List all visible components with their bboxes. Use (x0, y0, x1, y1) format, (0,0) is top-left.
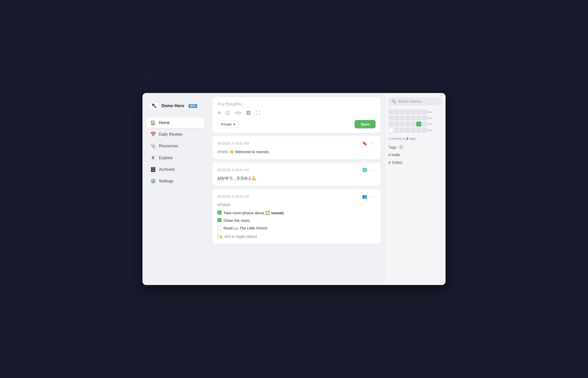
archive-icon: 🗄️ (150, 167, 156, 172)
cal-cell (405, 122, 410, 127)
more-options-icon[interactable]: ··· (370, 141, 376, 146)
tags-section: Tags + # Hello # TODO (388, 145, 442, 165)
cal-cell (388, 115, 394, 121)
compose-footer: Private ▾ Save (217, 120, 376, 128)
compose-card: Any thoughts... # ☑ </> 🖼 ⛶ Private ▾ Sa… (212, 97, 381, 133)
search-placeholder: Search memos (398, 99, 422, 103)
cal-cell (388, 109, 394, 114)
list-item: Read 📖 The Little Prince; (217, 225, 376, 231)
tag-item-todo[interactable]: # TODO (388, 160, 442, 165)
hashtag-todo[interactable]: #TODO (217, 203, 230, 207)
avatar: ✒️ (150, 101, 159, 110)
todo-list: ✓ Take more photos about 🌅 sunset; ✓ Cle… (217, 210, 376, 231)
people-icon[interactable]: 👥 (361, 194, 368, 199)
sidebar-item-settings[interactable]: ⚙️ Settings (147, 176, 204, 186)
memo-actions: 👥 ··· (361, 194, 376, 199)
todo-checkbox[interactable] (217, 226, 222, 230)
sidebar-item-explore[interactable]: # Explore (147, 152, 204, 163)
compose-placeholder[interactable]: Any thoughts... (217, 102, 376, 106)
memo-actions: 🔖 ··· (361, 140, 376, 146)
sidebar-item-archived[interactable]: 🗄️ Archived (147, 164, 204, 175)
hashtag-hello[interactable]: #Hello (217, 150, 228, 154)
cal-cell (416, 109, 421, 114)
bookmark-icon[interactable]: 🔖 (361, 140, 368, 146)
memo-header: 8/2/2023, 8:16:31 PM 🌐 ··· (217, 167, 376, 173)
sidebar: ✒️ Demo Hero MOD 🏠 Home 📅 Daily Review 📎… (143, 93, 208, 285)
memo-content: #Hello 👋 Welcome to memos. (217, 149, 376, 155)
memo-card: 8/2/2023, 8:16:31 PM 🔖 ··· #Hello 👋 Welc… (212, 136, 381, 159)
cal-cell (416, 115, 421, 121)
cal-cell (400, 115, 405, 121)
cal-cell (416, 128, 421, 133)
cal-cell (394, 128, 399, 133)
memo-content: 好好学习，天天向上💪 (217, 175, 376, 181)
home-icon: 🏠 (150, 120, 156, 126)
sidebar-item-label: Explore (159, 156, 173, 160)
image-toolbar-icon[interactable]: 🖼 (246, 110, 251, 116)
cal-cell (394, 122, 399, 127)
paperclip-icon: 📎 (150, 143, 156, 149)
more-options-icon[interactable]: ··· (370, 167, 376, 173)
toggle-hint: (👆 click to toggle status) (217, 234, 376, 239)
cal-cell (400, 128, 405, 133)
cal-cell (405, 109, 410, 114)
sidebar-item-label: Resources (159, 144, 178, 148)
sidebar-item-label: Archived (159, 167, 175, 172)
sidebar-item-resources[interactable]: 📎 Resources (147, 141, 204, 151)
gear-icon: ⚙️ (150, 178, 156, 184)
memo-header: 8/2/2023, 8:16:31 PM 👥 ··· (217, 194, 376, 199)
todo-checkbox[interactable]: ✓ (217, 210, 222, 215)
cal-cell (422, 109, 427, 114)
more-options-icon[interactable]: ··· (370, 194, 376, 199)
globe-icon[interactable]: 🌐 (361, 167, 368, 173)
sidebar-item-label: Settings (159, 179, 174, 183)
tag-item-hello[interactable]: # Hello (388, 152, 442, 157)
expand-toolbar-icon[interactable]: ⛶ (255, 110, 261, 116)
calendar-icon: 📅 (150, 132, 156, 137)
checkbox-toolbar-icon[interactable]: ☑ (225, 110, 230, 116)
sidebar-item-label: Daily Review (159, 132, 182, 137)
hash-icon: # (150, 155, 156, 161)
list-item: ✓ Take more photos about 🌅 sunset; (217, 210, 376, 216)
cal-cell (411, 128, 416, 133)
cal-cell (394, 115, 399, 121)
memo-timestamp: 8/2/2023, 8:16:31 PM (217, 195, 249, 198)
sidebar-item-label: Home (159, 121, 170, 125)
privacy-button[interactable]: Private ▾ (217, 121, 238, 128)
code-toolbar-icon[interactable]: </> (234, 110, 242, 116)
cal-cell (411, 122, 416, 127)
cal-cell (405, 128, 410, 133)
cal-cell (405, 115, 410, 121)
memo-timestamp: 8/2/2023, 8:16:31 PM (217, 141, 249, 145)
cal-cell (422, 115, 427, 121)
todo-text: Take more photos about 🌅 sunset; (224, 210, 284, 216)
tag-label: # Hello (388, 153, 400, 157)
compose-toolbar: # ☑ </> 🖼 ⛶ (217, 110, 376, 116)
sidebar-item-home[interactable]: 🏠 Home (147, 117, 204, 128)
todo-checkbox[interactable]: ✓ (217, 218, 222, 222)
memo-actions: 🌐 ··· (361, 167, 376, 173)
cal-cell (400, 109, 405, 114)
sidebar-item-daily-review[interactable]: 📅 Daily Review (147, 129, 204, 140)
memo-header: 8/2/2023, 8:16:31 PM 🔖 ··· (217, 140, 376, 146)
calendar-row: Sat (388, 128, 442, 133)
cal-cell-tomorrow[interactable] (388, 128, 394, 133)
memo-card: 8/2/2023, 8:16:31 PM 👥 ··· #TODO ✓ Take … (212, 189, 381, 244)
tag-label: # TODO (388, 160, 402, 165)
cal-cell (411, 115, 416, 121)
add-tag-button[interactable]: + (399, 145, 404, 150)
tag-toolbar-icon[interactable]: # (217, 110, 221, 116)
cal-cell-today[interactable] (416, 122, 421, 127)
list-item: ✓ Clean the room; (217, 218, 376, 224)
memo-timestamp: 8/2/2023, 8:16:31 PM (217, 168, 249, 172)
mini-calendar: Sun Tue (388, 109, 442, 133)
chevron-down-icon: ▾ (233, 122, 235, 126)
day-label: Sat (427, 129, 432, 132)
todo-text: Clean the room; (224, 218, 251, 224)
save-button[interactable]: Save (355, 120, 376, 128)
search-bar[interactable]: 🔍 Search memos (388, 97, 442, 105)
memo-count: 3 memos in 2 days (388, 137, 442, 140)
day-label: Thu (427, 123, 433, 126)
memo-content: #TODO ✓ Take more photos about 🌅 sunset;… (217, 202, 376, 239)
tags-header: Tags + (388, 145, 442, 150)
